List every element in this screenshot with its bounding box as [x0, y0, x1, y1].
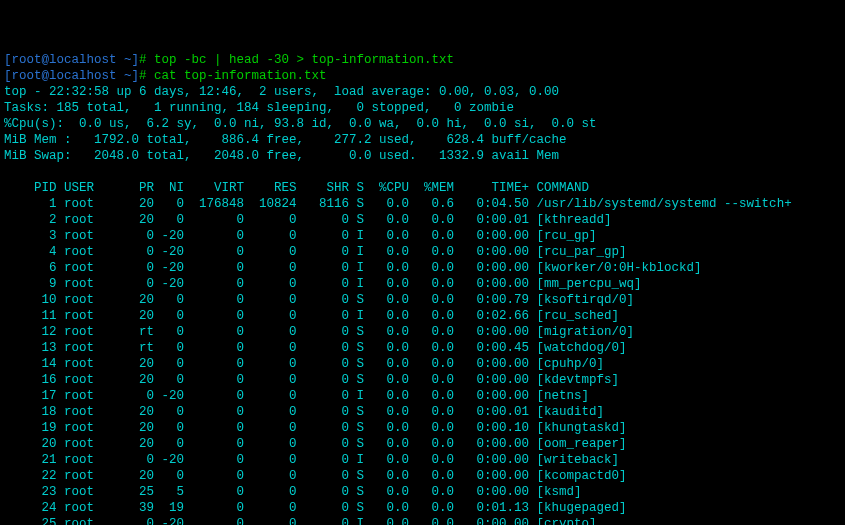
process-row: 1 root 20 0 176848 10824 8116 S 0.0 0.6 … — [4, 196, 841, 212]
process-row: 3 root 0 -20 0 0 0 I 0.0 0.0 0:00.00 [rc… — [4, 228, 841, 244]
process-row: 2 root 20 0 0 0 0 S 0.0 0.0 0:00.01 [kth… — [4, 212, 841, 228]
terminal-output[interactable]: [root@localhost ~]# top -bc | head -30 >… — [4, 52, 841, 525]
process-row: 24 root 39 19 0 0 0 S 0.0 0.0 0:01.13 [k… — [4, 500, 841, 516]
process-row: 14 root 20 0 0 0 0 S 0.0 0.0 0:00.00 [cp… — [4, 356, 841, 372]
process-row: 18 root 20 0 0 0 0 S 0.0 0.0 0:00.01 [ka… — [4, 404, 841, 420]
top-summary-line-3: %Cpu(s): 0.0 us, 6.2 sy, 0.0 ni, 93.8 id… — [4, 116, 841, 132]
prompt-delim: # — [139, 53, 154, 67]
blank-line — [4, 164, 841, 180]
process-row: 20 root 20 0 0 0 0 S 0.0 0.0 0:00.00 [oo… — [4, 436, 841, 452]
top-summary-line-4: MiB Mem : 1792.0 total, 886.4 free, 277.… — [4, 132, 841, 148]
process-row: 10 root 20 0 0 0 0 S 0.0 0.0 0:00.79 [ks… — [4, 292, 841, 308]
shell-prompt-line-1: [root@localhost ~]# top -bc | head -30 >… — [4, 52, 841, 68]
process-row: 13 root rt 0 0 0 0 S 0.0 0.0 0:00.45 [wa… — [4, 340, 841, 356]
shell-prompt-line-2: [root@localhost ~]# cat top-information.… — [4, 68, 841, 84]
process-row: 17 root 0 -20 0 0 0 I 0.0 0.0 0:00.00 [n… — [4, 388, 841, 404]
top-summary-line-5: MiB Swap: 2048.0 total, 2048.0 free, 0.0… — [4, 148, 841, 164]
process-row: 25 root 0 -20 0 0 0 I 0.0 0.0 0:00.00 [c… — [4, 516, 841, 525]
process-row: 19 root 20 0 0 0 0 S 0.0 0.0 0:00.10 [kh… — [4, 420, 841, 436]
command-text: top -bc | head -30 > top-information.txt — [154, 53, 454, 67]
top-summary-line-2: Tasks: 185 total, 1 running, 184 sleepin… — [4, 100, 841, 116]
prompt-user-host: [root@localhost ~] — [4, 53, 139, 67]
process-row: 6 root 0 -20 0 0 0 I 0.0 0.0 0:00.00 [kw… — [4, 260, 841, 276]
process-row: 22 root 20 0 0 0 0 S 0.0 0.0 0:00.00 [kc… — [4, 468, 841, 484]
process-row: 21 root 0 -20 0 0 0 I 0.0 0.0 0:00.00 [w… — [4, 452, 841, 468]
top-summary-line-1: top - 22:32:58 up 6 days, 12:46, 2 users… — [4, 84, 841, 100]
command-text: cat top-information.txt — [154, 69, 327, 83]
process-row: 4 root 0 -20 0 0 0 I 0.0 0.0 0:00.00 [rc… — [4, 244, 841, 260]
prompt-user-host: [root@localhost ~] — [4, 69, 139, 83]
process-row: 9 root 0 -20 0 0 0 I 0.0 0.0 0:00.00 [mm… — [4, 276, 841, 292]
prompt-delim: # — [139, 69, 154, 83]
process-row: 23 root 25 5 0 0 0 S 0.0 0.0 0:00.00 [ks… — [4, 484, 841, 500]
process-row: 11 root 20 0 0 0 0 I 0.0 0.0 0:02.66 [rc… — [4, 308, 841, 324]
top-columns-header: PID USER PR NI VIRT RES SHR S %CPU %MEM … — [4, 180, 841, 196]
process-row: 12 root rt 0 0 0 0 S 0.0 0.0 0:00.00 [mi… — [4, 324, 841, 340]
process-row: 16 root 20 0 0 0 0 S 0.0 0.0 0:00.00 [kd… — [4, 372, 841, 388]
